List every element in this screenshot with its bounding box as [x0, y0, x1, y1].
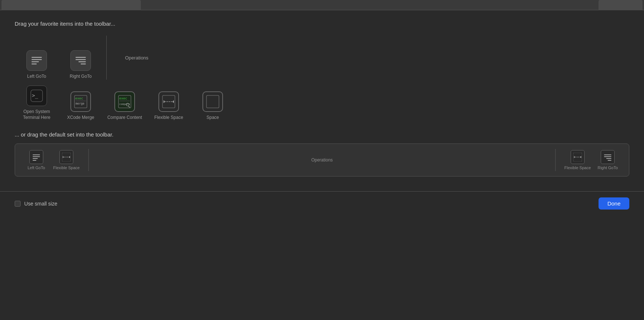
- left-goto-item[interactable]: Left GoTo: [15, 50, 59, 80]
- flexible-space-item[interactable]: Flexible Space: [147, 91, 191, 121]
- done-button[interactable]: Done: [599, 197, 629, 210]
- right-goto-item[interactable]: Right GoTo: [59, 50, 103, 80]
- tb-flex-space1-icon: [59, 150, 73, 164]
- row2-items: >_ Open SystemTerminal Here exec merge X…: [15, 86, 629, 120]
- space-icon: [202, 91, 223, 112]
- svg-text:exec: exec: [75, 97, 83, 100]
- bottom-bar: Use small size Done: [0, 191, 644, 215]
- drag-default-hint: ... or drag the default set into the too…: [15, 131, 629, 138]
- tb-flex-space2[interactable]: Flexible Space: [564, 150, 591, 170]
- toolbar-preview[interactable]: Left GoTo Flexible Space Operations: [15, 143, 629, 177]
- left-goto-label: Left GoTo: [27, 74, 46, 80]
- small-size-checkbox[interactable]: [15, 201, 21, 207]
- flexible-space-label: Flexible Space: [154, 115, 183, 121]
- svg-rect-39: [606, 158, 611, 159]
- tb-left-goto[interactable]: Left GoTo: [25, 150, 47, 170]
- svg-text:>_: >_: [32, 92, 38, 99]
- flexible-space-icon: [158, 91, 179, 112]
- compare-content-icon: exec compare: [114, 91, 135, 112]
- tb-right-goto-label: Right GoTo: [597, 166, 618, 170]
- svg-rect-3: [32, 63, 37, 65]
- main-content: Drag your favorite items into the toolba…: [0, 10, 644, 191]
- compare-content-item[interactable]: exec compare Compare Content: [103, 91, 147, 121]
- svg-rect-26: [33, 156, 40, 157]
- tb-operations-label: Operations: [95, 157, 549, 163]
- space-label: Space: [206, 115, 219, 121]
- row1-items: Left GoTo Right GoTo Operations: [15, 36, 629, 80]
- open-terminal-item[interactable]: >_ Open SystemTerminal Here: [15, 86, 59, 120]
- right-goto-label: Right GoTo: [70, 74, 92, 80]
- small-size-label[interactable]: Use small size: [15, 201, 57, 207]
- svg-text:merge: merge: [76, 102, 84, 105]
- tb-divider-left: [88, 149, 89, 171]
- left-goto-icon: [26, 50, 47, 71]
- svg-rect-24: [206, 95, 219, 108]
- small-size-text: Use small size: [24, 201, 57, 207]
- tb-right-goto-icon: [601, 150, 615, 164]
- right-goto-icon: [70, 50, 91, 71]
- tb-flex-space1[interactable]: Flexible Space: [53, 150, 80, 170]
- drag-hint-text: Drag your favorite items into the toolba…: [15, 21, 629, 27]
- svg-rect-27: [33, 158, 38, 159]
- top-bar: [0, 0, 644, 10]
- open-terminal-label: Open SystemTerminal Here: [23, 109, 51, 120]
- tb-flex-space2-icon: [571, 150, 585, 164]
- svg-rect-4: [76, 57, 86, 58]
- tb-left-goto-icon: [29, 150, 43, 164]
- svg-rect-37: [604, 154, 611, 155]
- terminal-icon: >_: [26, 86, 47, 106]
- space-item[interactable]: Space: [191, 91, 235, 121]
- tb-flex-space1-label: Flexible Space: [53, 166, 80, 170]
- tb-left-goto-label: Left GoTo: [28, 166, 45, 170]
- compare-content-label: Compare Content: [107, 115, 142, 121]
- svg-rect-28: [33, 160, 36, 161]
- tb-right-goto[interactable]: Right GoTo: [597, 150, 619, 170]
- svg-rect-7: [81, 63, 86, 65]
- svg-rect-5: [76, 59, 86, 60]
- tb-divider-right: [555, 149, 556, 171]
- svg-rect-0: [32, 57, 42, 58]
- svg-rect-38: [604, 156, 611, 157]
- svg-rect-40: [608, 160, 611, 161]
- svg-text:exec: exec: [119, 97, 127, 100]
- svg-rect-25: [33, 154, 40, 155]
- top-bar-right-segment: [599, 0, 643, 10]
- row1-divider: [106, 36, 107, 80]
- xcode-merge-icon: exec merge: [70, 91, 91, 112]
- operations-label: Operations: [125, 55, 149, 61]
- xcode-merge-item[interactable]: exec merge XCode Merge: [59, 91, 103, 121]
- top-bar-left-segment: [1, 0, 141, 10]
- tb-flex-space2-label: Flexible Space: [564, 166, 591, 170]
- svg-rect-2: [32, 61, 39, 62]
- svg-rect-6: [78, 61, 86, 62]
- xcode-merge-label: XCode Merge: [67, 115, 94, 121]
- svg-rect-1: [32, 59, 42, 60]
